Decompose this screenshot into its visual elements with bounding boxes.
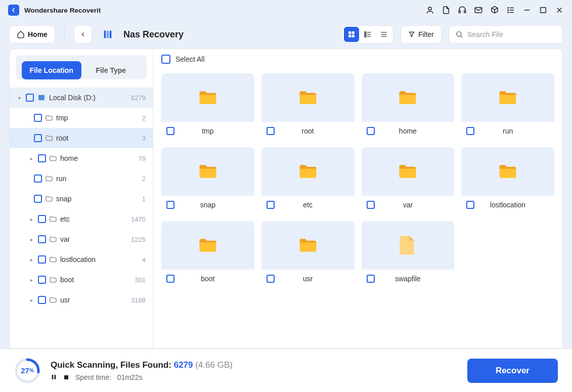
close-icon[interactable] [555,6,564,15]
chevron-right-icon[interactable]: ▸ [28,297,35,303]
tile-label: run [466,127,549,135]
svg-rect-20 [352,35,355,37]
tree-item-run[interactable]: run2 [10,168,153,189]
chevron-right-icon[interactable]: ▸ [28,237,35,242]
tile-home[interactable]: home [362,73,455,140]
tile-root[interactable]: root [261,73,355,140]
checkbox[interactable] [38,296,46,304]
chevron-right-icon[interactable]: ▸ [28,277,35,283]
tile-footer: var [362,196,455,214]
svg-rect-14 [104,31,106,38]
home-button[interactable]: Home [9,25,55,43]
tree-item-etc[interactable]: ▸etc1475 [10,209,153,229]
grid-view-button[interactable] [344,27,359,42]
chevron-down-icon[interactable]: ▾ [16,95,23,101]
tree-item-snap[interactable]: snap1 [10,189,153,209]
tile-usr[interactable]: usr [261,221,355,288]
list-icon[interactable] [506,6,515,15]
detail-view-button[interactable] [376,27,391,42]
checkbox[interactable] [26,94,34,102]
svg-rect-1 [459,11,460,13]
checkbox[interactable] [34,175,42,183]
tree-item-usr[interactable]: ▸usr3188 [10,290,153,310]
tile-footer: root [261,122,355,140]
tile-run[interactable]: run [461,73,554,140]
tree-item-root[interactable]: root3 [10,128,153,148]
tile-label: snap [166,201,249,209]
chevron-right-icon[interactable]: ▸ [28,216,35,222]
svg-point-6 [508,10,509,11]
breadcrumb: Nas Recovery [123,29,184,40]
progress-circle: 27% [14,358,40,384]
tile-preview [261,73,355,122]
headset-icon[interactable] [458,6,467,15]
tile-swapfile[interactable]: swapfile [362,221,455,288]
tree-item-disk[interactable]: ▾ Local Disk (D:) 6279 [10,88,153,108]
folder-count: 1475 [131,215,146,223]
status-title: Quick Scanning, Files Found: 6279 (4.66 … [51,360,457,370]
tree-item-boot[interactable]: ▸boot301 [10,270,153,290]
search-box[interactable] [449,25,563,43]
tab-file-location[interactable]: File Location [22,61,81,79]
select-all-label: Select All [175,55,205,63]
folder-count: 3188 [131,296,146,304]
recover-button[interactable]: Recover [467,359,558,383]
tree-item-lostlocation[interactable]: ▸lostlocation4 [10,249,153,270]
tile-footer: usr [261,270,355,288]
search-input[interactable] [467,30,556,38]
tile-label: root [267,127,349,135]
tile-label: swapfile [367,275,450,283]
disk-icon [37,93,46,102]
checkbox[interactable] [38,235,46,243]
tree-item-home[interactable]: ▸home79 [10,148,153,168]
tab-file-type[interactable]: File Type [81,61,141,79]
folder-name: root [56,134,139,142]
tree-item-var[interactable]: ▸var1225 [10,229,153,249]
tile-label: home [367,127,450,135]
sidebar-tabs: File Location File Type [16,55,147,79]
svg-rect-25 [365,36,366,37]
checkbox[interactable] [38,215,46,223]
user-icon[interactable] [425,6,434,15]
tile-etc[interactable]: etc [261,147,355,214]
tile-preview [261,147,355,196]
chevron-right-icon[interactable]: ▸ [28,156,35,161]
folder-count: 1 [142,195,146,203]
checkbox[interactable] [38,276,46,284]
maximize-icon[interactable] [539,6,548,15]
cube-icon[interactable] [490,6,499,15]
select-all-checkbox[interactable] [161,55,170,64]
mail-icon[interactable] [474,6,483,15]
checkbox[interactable] [38,154,46,162]
checkbox[interactable] [38,255,46,264]
tile-label: usr [267,275,349,283]
minimize-icon[interactable] [522,6,532,15]
svg-rect-34 [52,375,54,379]
tile-preview [461,147,554,196]
tile-footer: home [362,122,455,140]
tile-lostlocation[interactable]: lostlocation [461,147,554,214]
tile-var[interactable]: var [362,147,455,214]
folder-icon [49,154,57,162]
toolbar-separator [64,27,65,41]
tile-label: etc [267,201,349,209]
list-view-button[interactable] [360,27,375,42]
checkbox[interactable] [34,134,42,142]
tree-item-tmp[interactable]: tmp2 [10,108,153,128]
back-button[interactable] [74,25,92,43]
filter-button[interactable]: Filter [401,25,442,43]
pause-button[interactable] [51,374,57,380]
disk-count: 6279 [131,94,146,102]
tile-boot[interactable]: boot [161,221,254,288]
tile-snap[interactable]: snap [161,147,254,214]
stop-button[interactable] [63,374,69,380]
folder-name: etc [60,215,128,223]
chevron-right-icon[interactable]: ▸ [28,257,35,263]
select-all-row[interactable]: Select All [153,49,562,69]
tile-footer: swapfile [362,270,455,288]
checkbox[interactable] [34,114,42,122]
checkbox[interactable] [34,195,42,203]
svg-rect-11 [541,8,546,13]
file-icon[interactable] [442,6,451,15]
tile-tmp[interactable]: tmp [161,73,254,140]
